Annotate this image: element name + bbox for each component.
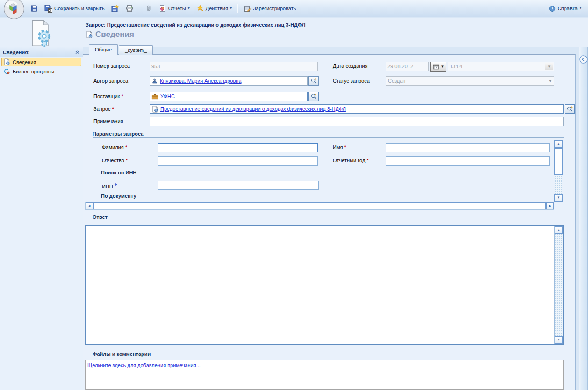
scroll-down-button[interactable]: ▼ bbox=[555, 336, 563, 344]
page-title: Запрос: Предоставление сведений из декла… bbox=[86, 22, 305, 28]
supplier-link[interactable]: УФНС bbox=[160, 94, 175, 99]
section-rule bbox=[93, 221, 564, 221]
scroll-up-button[interactable]: ▲ bbox=[554, 140, 563, 148]
author-lookup-button[interactable] bbox=[308, 76, 319, 86]
lastname-label: Фамилия * bbox=[102, 144, 127, 150]
print-button[interactable] bbox=[122, 3, 136, 14]
actions-label: Действия bbox=[206, 6, 228, 11]
tab-system[interactable]: _system_ bbox=[119, 45, 153, 55]
scroll-down-button[interactable]: ▼ bbox=[554, 194, 563, 202]
save-button[interactable] bbox=[27, 3, 41, 14]
scrollbar-thumb[interactable] bbox=[93, 202, 546, 209]
time-dropdown-button: ▼ bbox=[545, 63, 553, 70]
section-by-document-title: По документу bbox=[101, 193, 136, 199]
inn-label: ИНН + bbox=[102, 182, 117, 189]
chevron-down-icon: ▾ bbox=[188, 7, 190, 10]
sidebar-header: Сведения: bbox=[0, 47, 83, 57]
toolbar-separator bbox=[139, 4, 139, 13]
chevron-down-icon: ▼ bbox=[547, 65, 551, 69]
sidebar-item-svedeniya[interactable]: Сведения bbox=[1, 58, 81, 66]
collapse-panel-button[interactable] bbox=[579, 55, 588, 64]
register-icon bbox=[244, 5, 251, 12]
save-icon bbox=[30, 5, 38, 12]
answer-textarea[interactable]: ▲ ▼ bbox=[85, 225, 564, 345]
supplier-field: УФНС bbox=[150, 92, 308, 101]
report-year-label: Отчетный год * bbox=[333, 158, 369, 163]
request-link[interactable]: Предоставление сведений из декларации о … bbox=[160, 106, 346, 112]
scroll-up-button[interactable]: ▲ bbox=[555, 226, 563, 234]
save-and-close-label: Сохранить и закрыть bbox=[54, 6, 105, 11]
save-and-new-button[interactable] bbox=[108, 3, 122, 14]
collapse-up-icon[interactable] bbox=[75, 50, 80, 55]
print-icon bbox=[126, 5, 133, 12]
section-files-title: Файлы и комментарии bbox=[93, 351, 151, 357]
status-label: Статус запроса bbox=[333, 78, 370, 84]
scrollbar-track[interactable] bbox=[555, 234, 563, 336]
supplier-lookup-button[interactable] bbox=[308, 92, 319, 101]
author-link[interactable]: Князикова, Мария Александровна bbox=[160, 78, 242, 84]
section-rule bbox=[93, 137, 564, 138]
params-vertical-scrollbar: ▲ ▼ bbox=[554, 140, 563, 202]
document-gear-icon bbox=[3, 58, 10, 65]
section-answer-title: Ответ bbox=[93, 214, 108, 220]
section-params-title: Параметры запроса bbox=[93, 131, 143, 137]
firstname-label: Имя * bbox=[333, 144, 346, 150]
supplier-label: Поставщик * bbox=[93, 94, 123, 99]
right-collapse-strip bbox=[579, 47, 588, 390]
paperclip-icon bbox=[145, 5, 152, 12]
save-and-close-button[interactable]: Сохранить и закрыть bbox=[41, 3, 108, 14]
divider bbox=[86, 371, 563, 371]
scroll-right-button[interactable]: ► bbox=[546, 202, 554, 209]
answer-scrollbar: ▲ ▼ bbox=[554, 226, 563, 344]
help-icon: ? bbox=[549, 5, 556, 12]
process-icon bbox=[3, 68, 10, 75]
report-year-input[interactable] bbox=[386, 156, 550, 166]
briefcase-icon bbox=[151, 93, 158, 100]
scroll-left-button[interactable]: ◄ bbox=[86, 202, 93, 209]
firstname-input[interactable] bbox=[386, 143, 550, 152]
main-toolbar: Сохранить и закрыть Отчеты ▾ Действия ▾ bbox=[0, 0, 588, 17]
sidebar-item-label: Сведения bbox=[13, 59, 36, 65]
section-inn-search-title: Поиск по ИНН bbox=[101, 170, 136, 175]
inn-input[interactable] bbox=[158, 181, 319, 190]
form-header: Запрос: Предоставление сведений из декла… bbox=[0, 18, 588, 47]
middlename-input[interactable] bbox=[158, 156, 318, 166]
add-note-link[interactable]: Щелкните здесь для добавления примечания… bbox=[86, 360, 563, 371]
actions-icon bbox=[196, 5, 204, 12]
save-and-close-icon bbox=[44, 5, 52, 13]
created-label: Дата создания bbox=[333, 63, 368, 69]
form-area: Общие _system_ Номер запроса Дата создан… bbox=[83, 44, 576, 390]
chevron-down-icon: ▼ bbox=[548, 79, 552, 83]
document-gear-icon bbox=[151, 106, 158, 113]
reports-button[interactable]: Отчеты ▾ bbox=[156, 3, 193, 14]
scrollbar-thumb[interactable] bbox=[554, 148, 563, 175]
attach-button[interactable] bbox=[142, 3, 156, 14]
created-date-input bbox=[386, 62, 429, 71]
entity-name: Сведения bbox=[95, 30, 134, 39]
notes-panel: Щелкните здесь для добавления примечания… bbox=[85, 360, 564, 390]
svg-text:?: ? bbox=[551, 6, 553, 11]
entity-icon bbox=[86, 31, 93, 38]
created-time-field: 13:04 ▼ bbox=[448, 62, 554, 71]
notes-input[interactable] bbox=[150, 117, 564, 126]
scrollbar-track[interactable] bbox=[555, 175, 562, 194]
help-button[interactable]: ? Справка ▾ bbox=[549, 5, 581, 12]
toolbar-separator bbox=[237, 4, 238, 13]
sidebar-item-business-processes[interactable]: Бизнес-процессы bbox=[1, 67, 81, 76]
tab-label: Общие bbox=[95, 47, 112, 52]
magnifier-icon bbox=[566, 106, 573, 112]
notes-label: Примечания bbox=[93, 118, 123, 124]
register-button[interactable]: Зарегистрировать bbox=[240, 3, 300, 14]
lastname-input[interactable] bbox=[158, 143, 318, 152]
actions-button[interactable]: Действия ▾ bbox=[193, 3, 235, 14]
tab-general[interactable]: Общие bbox=[89, 44, 118, 55]
request-field: Предоставление сведений из декларации о … bbox=[150, 104, 564, 114]
author-field: Князикова, Мария Александровна bbox=[150, 76, 308, 86]
status-select: Создан ▼ bbox=[386, 76, 554, 86]
record-type-icon bbox=[23, 19, 59, 48]
author-label: Автор запроса bbox=[93, 78, 128, 84]
number-label: Номер запроса bbox=[93, 63, 130, 69]
request-lookup-button[interactable] bbox=[565, 104, 575, 114]
calendar-button: ▼ bbox=[430, 62, 446, 72]
section-rule bbox=[93, 358, 564, 358]
